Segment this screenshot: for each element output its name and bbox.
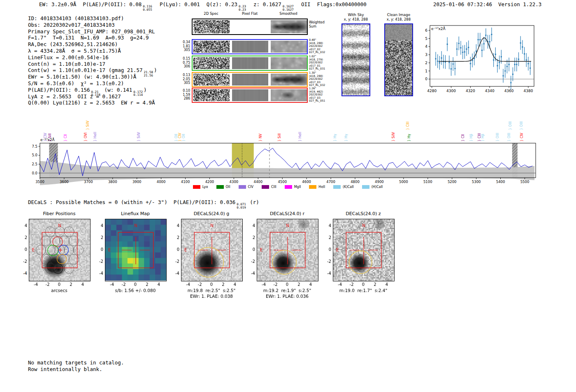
annotation-line: 027_RL_032 (309, 51, 339, 54)
data-point (508, 64, 509, 65)
stacked-uncertainty: 0.0710.019 (237, 203, 246, 209)
info-line: Cont(w) = 1.10(±0.01)e-17 (gmag 21.5721.… (28, 67, 157, 74)
x-tick-label: 4300 (446, 89, 456, 93)
data-point (458, 43, 460, 44)
legend-label: OII (226, 185, 230, 189)
spec2d-row (192, 72, 308, 87)
data-point (506, 66, 508, 67)
spec2d-image (193, 74, 230, 86)
sky-panel-title: Clean Image (376, 13, 421, 17)
data-point (518, 58, 519, 60)
x-tick-label: 2 (370, 282, 380, 287)
panel-image-cutout (181, 219, 243, 281)
uncertainty-lower: 0.055 (143, 8, 152, 12)
weight-value: 0.13 (172, 73, 190, 77)
weight-value: 2.05 (172, 77, 190, 81)
spec2d-row (192, 56, 308, 71)
header-segment: EW: 3.2±0.9Å (39, 1, 76, 7)
weighted-sum-label: WeightedSum (309, 21, 325, 28)
report-timestamp: 2025-01-06 07:32:46 (433, 1, 492, 7)
data-point (456, 49, 458, 50)
stacked-uncertainty: 0.230.23 (239, 5, 246, 11)
data-point (493, 59, 494, 60)
emission-line-label: } CIV (178, 132, 182, 141)
y-tick-label: 2.5 (32, 162, 37, 166)
panel-caption: m:19.8 re:2.5" s:2.5" (175, 288, 248, 293)
header-segment: OII (301, 1, 311, 7)
data-point (479, 39, 481, 40)
x-tick-label: 5300 (472, 180, 481, 184)
data-point (491, 34, 492, 35)
panel-title: Fiber Positions (26, 211, 92, 216)
y-tick-label: 3 (425, 53, 427, 57)
spec2d-image (193, 41, 230, 53)
text-segment: Cont(n) = 1.10(±0.10)e-17 (28, 61, 105, 67)
emission-line-label: } OII (182, 134, 186, 141)
y-tick-label: 0 (249, 247, 255, 252)
data-point (439, 62, 440, 63)
x-tick-label: 4100 (181, 180, 190, 184)
text-segment: P(LAE)/P(OII): 0.156 (28, 87, 90, 93)
spec2d-row-annotation: 1.26"(419, 462)20220302v017_03027_RL_051 (309, 87, 339, 103)
data-point (530, 67, 531, 69)
pixelflat-image (232, 41, 268, 53)
spec2d-row (192, 19, 308, 35)
panel-image-fiber (29, 219, 91, 281)
emission-line-label: } SiIV (392, 132, 395, 141)
text-segment: F=1.7" T=0.131 N=1.69 A=0.93 g=24.9 (28, 35, 149, 41)
x-tick-label: 4600 (302, 180, 311, 184)
panel-image-cutout (257, 219, 318, 281)
legend-swatch (309, 185, 316, 189)
panel-caption: arcsecs (23, 288, 95, 293)
emission-line-label: } OIII (496, 133, 499, 141)
y-tick-label: 0 (21, 247, 27, 252)
data-point (441, 57, 442, 58)
legend-item: (K)CaII (333, 185, 354, 189)
weight-value: 0.10 (172, 89, 190, 93)
weight-value: 305 (172, 81, 190, 85)
spec2d-image (193, 89, 230, 101)
legend-swatch (285, 185, 292, 189)
data-point (453, 63, 454, 65)
panel-title: Lineflux Map (102, 211, 168, 216)
legend-label: HeII (318, 185, 325, 189)
text-segment: Q(0.00) Lyα(1216) z = 2.5653 EW r = 4.9Å (28, 100, 155, 106)
data-point (483, 43, 484, 44)
legend-label: CIII (271, 185, 276, 189)
data-point (454, 68, 455, 69)
stacked-uncertainty: 0.16270.1627 (283, 5, 294, 11)
x-tick-label: 4400 (253, 180, 262, 184)
x-tick-label: 3600 (60, 180, 69, 184)
x-tick-label: 4280 (427, 89, 437, 93)
data-point (477, 39, 478, 40)
y-tick-label: 2 (173, 235, 179, 240)
panel-caption-2: EWr: 1. PLAE: 0.038 (175, 294, 248, 299)
x-tick-label: -2 (195, 282, 205, 287)
spec2d-row-annotation: 0.48"(418, 288)20220302v017_02027_RL_032 (309, 39, 339, 54)
y-tick-label: -4 (97, 271, 103, 276)
uncertainty-lower: 0.019 (237, 206, 246, 209)
weight-value: 286 (172, 97, 190, 101)
data-point (514, 64, 515, 65)
text-segment: S/N = 6.3(±0.6) χ² = 1.3(±0.2) (28, 80, 124, 86)
legend-swatch (193, 185, 200, 189)
data-point (446, 44, 448, 45)
x-tick-label: 0 (54, 282, 64, 287)
data-point (462, 51, 463, 53)
legend-swatch (262, 185, 269, 189)
y-tick-label: 2 (425, 61, 427, 65)
x-tick-label: 3900 (132, 180, 142, 184)
y-tick-label: 4 (325, 223, 331, 228)
x-tick-label: -2 (271, 282, 281, 287)
text-segment: LyA z = 2.5653 OII z = 0.1627 (28, 93, 121, 100)
smoothed-image (271, 74, 307, 86)
uncertainty-lower: 0.23 (239, 8, 246, 12)
smoothed-image (271, 20, 307, 33)
weight-value: 1.59 (172, 93, 190, 97)
x-tick-label: 0 (358, 282, 368, 287)
legend-label: MgII (294, 185, 301, 189)
data-point (526, 59, 527, 60)
legend-label: (K)CaII (343, 185, 354, 189)
info-line: F=1.7" T=0.131 N=1.69 A=0.93 g=24.9 (28, 35, 157, 41)
x-tick-label: -4 (183, 282, 193, 287)
